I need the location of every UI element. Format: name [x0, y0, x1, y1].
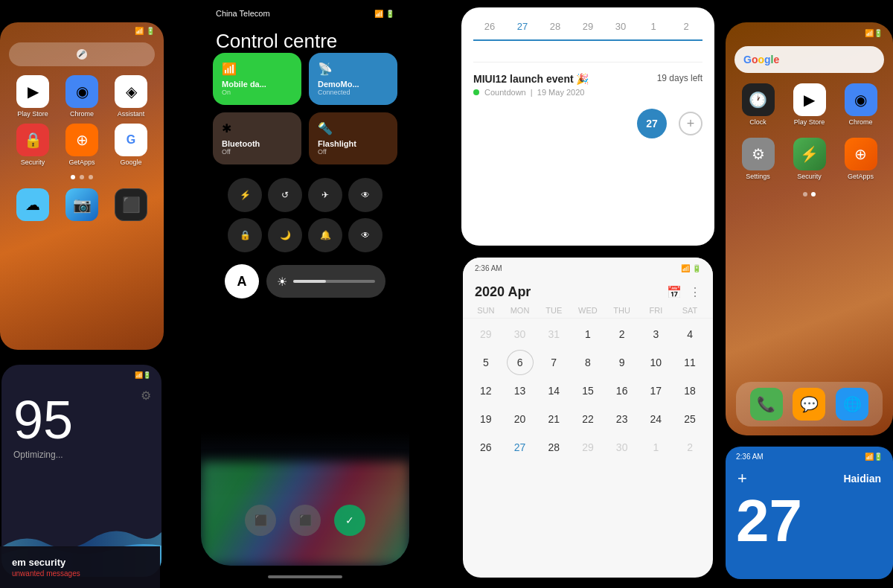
moon-btn[interactable]: 🌙 [268, 218, 302, 252]
pr-status-bar: 📶🔋 [726, 22, 893, 43]
cc-row-1: 📶 Mobile da... On 📡 DemoMo... Connected [213, 53, 397, 105]
left-search-bar[interactable]: 🎤 [9, 42, 155, 66]
bcal-d-10[interactable]: 10 [642, 350, 669, 375]
bottom-circle-2[interactable]: ⬛ [289, 505, 321, 536]
cal-today-button[interactable]: 27 [637, 109, 667, 138]
bcal-d-5[interactable]: 5 [473, 350, 499, 375]
prb-status-bar: 2:36 AM 📶🔋 [726, 447, 893, 466]
bcal-d-2b[interactable]: 2 [676, 435, 703, 460]
mobile-data-sub: On [222, 89, 292, 96]
sys-sec-sub: unwanted messages [12, 569, 148, 578]
settings-icon[interactable]: ⊙ [365, 34, 374, 48]
app-misc3[interactable]: ⬛ [110, 188, 152, 223]
app-chrome[interactable]: ◉ Chrome [61, 75, 103, 118]
app-label-google: Google [120, 159, 141, 166]
brightness-slider[interactable]: ☀ [266, 265, 385, 298]
pr-search-bar[interactable]: Google [734, 46, 884, 73]
app-misc1[interactable]: ☁ [12, 188, 54, 223]
cal-plus-button[interactable]: + [679, 112, 702, 135]
google-g-icon: Google [743, 54, 779, 65]
bcal-d-29b[interactable]: 29 [574, 435, 601, 460]
bcal-d-31[interactable]: 31 [540, 322, 567, 347]
bcal-d-26[interactable]: 26 [473, 435, 499, 460]
bcal-d-11[interactable]: 11 [676, 350, 703, 375]
cc-status-icons: 📶 🔋 [374, 10, 394, 18]
cal-underline [473, 39, 702, 41]
pr-clock[interactable]: 🕐 Clock [736, 83, 780, 126]
app-security[interactable]: 🔒 Security [12, 124, 54, 166]
bottom-circle-1[interactable]: ⬛ [245, 505, 276, 536]
pr-browser-app[interactable]: 🌐 [836, 388, 868, 421]
airplane-btn[interactable]: ✈ [308, 178, 342, 212]
bcal-d-6[interactable]: 6 [507, 350, 534, 375]
pr-chrome[interactable]: ◉ Chrome [839, 83, 883, 126]
prb-plus-icon[interactable]: + [737, 469, 747, 488]
bcal-header-icons: 📅 ⋮ [667, 285, 701, 299]
bottom-circle-check[interactable]: ✓ [334, 505, 365, 536]
misc1-icon: ☁ [16, 188, 49, 221]
bcal-d-15[interactable]: 15 [574, 378, 601, 403]
bcal-d-1b[interactable]: 1 [642, 435, 669, 460]
pr-playstore[interactable]: ▶ Play Store [787, 83, 831, 126]
cal-wd-26: 26 [476, 21, 503, 32]
bcal-d-16[interactable]: 16 [609, 378, 636, 403]
bcal-d-25[interactable]: 25 [676, 406, 703, 432]
bcal-d-24[interactable]: 24 [642, 406, 669, 432]
bcal-d-4[interactable]: 4 [676, 322, 703, 347]
cc-bottom-area: ⬛ ⬛ ✓ [201, 432, 409, 566]
pr-messages-app[interactable]: 💬 [793, 388, 825, 421]
bcal-calendar-icon[interactable]: 📅 [667, 285, 682, 299]
bcal-d-27-blue[interactable]: 27 [507, 435, 534, 460]
eye-btn[interactable]: 👁 [348, 218, 383, 252]
pr-security[interactable]: ⚡ Security [787, 138, 831, 180]
bell-btn[interactable]: 🔔 [308, 218, 342, 252]
lock-btn[interactable]: 🔒 [228, 218, 262, 252]
bcal-d-19[interactable]: 19 [473, 406, 499, 432]
bcal-time: 2:36 AM [475, 264, 502, 272]
wifi-tile[interactable]: 📡 DemoMo... Connected [309, 53, 397, 105]
bcal-d-23[interactable]: 23 [609, 406, 636, 432]
bcal-d-30[interactable]: 30 [507, 322, 534, 347]
bcal-d-28[interactable]: 28 [540, 435, 567, 460]
app-getapps[interactable]: ⊕ GetApps [61, 124, 103, 166]
mobile-data-icon: 📶 [222, 62, 292, 76]
mobile-data-tile[interactable]: 📶 Mobile da... On [213, 53, 301, 105]
bluetooth-tile[interactable]: ✱ Bluetooth Off [213, 112, 301, 164]
bcal-d-30b[interactable]: 30 [609, 435, 636, 460]
brightness-icon: ☀ [277, 275, 287, 289]
messages-icon: 💬 [793, 388, 825, 421]
bcal-d-14[interactable]: 14 [540, 378, 567, 403]
pr-settings[interactable]: ⚙ Settings [736, 138, 780, 180]
bcal-d-7[interactable]: 7 [540, 350, 567, 375]
phone-right-home: 📶🔋 Google 🕐 Clock ▶ Play Store ◉ Chrome … [726, 22, 893, 435]
bcal-d-18[interactable]: 18 [676, 378, 703, 403]
bcal-d-1[interactable]: 1 [574, 322, 601, 347]
bcal-d-3[interactable]: 3 [642, 322, 669, 347]
app-camera[interactable]: 📷 [61, 188, 103, 223]
pr-getapps[interactable]: ⊕ GetApps [839, 138, 883, 180]
app-google[interactable]: G Google [110, 124, 152, 166]
app-assistant[interactable]: ◈ Assistant [110, 75, 152, 118]
bcal-d-29[interactable]: 29 [473, 322, 499, 347]
bcal-d-20[interactable]: 20 [507, 406, 534, 432]
bcal-d-12[interactable]: 12 [473, 378, 499, 403]
pr-phone-app[interactable]: 📞 [750, 388, 783, 421]
bcal-more-icon[interactable]: ⋮ [689, 285, 701, 299]
auto-rotate-btn[interactable]: ↺ [268, 178, 302, 212]
bcal-d-21[interactable]: 21 [540, 406, 567, 432]
gear-icon[interactable]: ⚙ [141, 389, 151, 403]
battery-label: Optimizing... [1, 447, 161, 463]
reading-btn[interactable]: 👁 [348, 178, 383, 212]
bcal-d-2[interactable]: 2 [609, 322, 636, 347]
bcal-d-17[interactable]: 17 [642, 378, 669, 403]
cc-a-button[interactable]: A [225, 264, 259, 298]
battery-saver-btn[interactable]: ⚡ [228, 178, 262, 212]
bcal-d-22[interactable]: 22 [574, 406, 601, 432]
bcal-d-8[interactable]: 8 [574, 350, 601, 375]
bcal-d-13[interactable]: 13 [507, 378, 534, 403]
edit-icon[interactable]: ✎ [385, 34, 394, 48]
bcal-d-9[interactable]: 9 [609, 350, 636, 375]
app-play-store[interactable]: ▶ Play Store [12, 75, 54, 118]
flashlight-tile[interactable]: 🔦 Flashlight Off [309, 112, 397, 164]
app-grid-row2: 🔒 Security ⊕ GetApps G Google [0, 121, 164, 169]
